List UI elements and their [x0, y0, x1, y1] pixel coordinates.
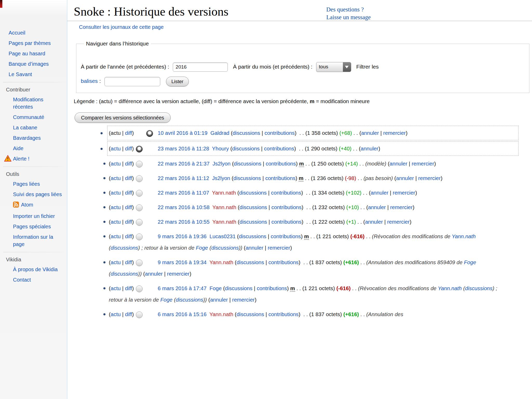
- user-link[interactable]: Yann.nath: [209, 311, 233, 317]
- undo-link[interactable]: annuler: [396, 175, 414, 181]
- user-talk-link[interactable]: discussions: [225, 285, 252, 291]
- undo-link[interactable]: annuler: [390, 161, 407, 167]
- chevron-down-icon[interactable]: [343, 62, 351, 72]
- user-contribs-link[interactable]: contributions: [271, 190, 301, 196]
- compare-versions-button[interactable]: Comparer les versions sélectionnées: [75, 112, 171, 123]
- sidebar-link[interactable]: Banque d’images: [9, 61, 49, 67]
- user-contribs-link[interactable]: contributions: [265, 175, 295, 181]
- user-talk-link[interactable]: discussions: [240, 204, 267, 210]
- user-link[interactable]: Yann.nath: [209, 259, 233, 265]
- old-version-radio[interactable]: [136, 260, 143, 266]
- comment-link[interactable]: Foge: [160, 297, 172, 303]
- user-contribs-link[interactable]: contributions: [271, 219, 302, 225]
- sidebar-link[interactable]: Accueil: [9, 30, 25, 36]
- user-talk-link[interactable]: discussions: [234, 175, 261, 181]
- diff-link[interactable]: diff: [125, 175, 132, 181]
- actu-link[interactable]: actu: [111, 145, 121, 151]
- user-talk-link[interactable]: discussions: [239, 233, 266, 239]
- comment-link[interactable]: discussions: [176, 297, 203, 303]
- user-contribs-link[interactable]: contributions: [268, 259, 298, 265]
- actu-link[interactable]: actu: [111, 175, 121, 181]
- comment-link[interactable]: Yann.nath: [438, 285, 462, 291]
- user-contribs-link[interactable]: contributions: [264, 145, 294, 151]
- user-contribs-link[interactable]: contributions: [268, 311, 298, 317]
- revision-date-link[interactable]: 6 mars 2016 à 15:16: [158, 311, 207, 317]
- sidebar-link[interactable]: Pages par thèmes: [9, 40, 51, 46]
- diff-link[interactable]: diff: [125, 311, 132, 317]
- sidebar-link[interactable]: À propos de Vikidia: [13, 267, 58, 272]
- undo-link[interactable]: annuler: [210, 297, 228, 303]
- diff-link[interactable]: diff: [125, 190, 132, 196]
- sidebar-link[interactable]: Information sur la page: [13, 234, 53, 247]
- diff-link[interactable]: diff: [125, 259, 132, 265]
- user-contribs-link[interactable]: contributions: [271, 233, 301, 239]
- revision-date-link[interactable]: 6 mars 2016 à 17:47: [158, 285, 207, 291]
- leave-message-link[interactable]: Laisse un message: [326, 14, 371, 21]
- user-link[interactable]: Yann.nath: [212, 219, 236, 225]
- user-talk-link[interactable]: discussions: [232, 130, 260, 136]
- sidebar-link[interactable]: Suivi des pages liées: [13, 191, 62, 197]
- undo-link[interactable]: annuler: [371, 190, 388, 196]
- user-talk-link[interactable]: discussions: [234, 161, 261, 167]
- sidebar-link[interactable]: Aide: [13, 145, 23, 151]
- sidebar-link[interactable]: Page au hasard: [9, 51, 45, 56]
- revision-date-link[interactable]: 10 avril 2016 à 01:19: [158, 130, 207, 136]
- revision-date-link[interactable]: 22 mars 2016 à 10:58: [158, 204, 209, 210]
- user-link[interactable]: Yann.nath: [212, 204, 236, 210]
- user-talk-link[interactable]: discussions: [240, 219, 267, 225]
- sidebar-link[interactable]: Contact: [13, 277, 31, 283]
- user-link[interactable]: Yann.nath: [212, 190, 236, 196]
- undo-link[interactable]: annuler: [361, 145, 378, 151]
- revision-date-link[interactable]: 9 mars 2016 à 19:36: [158, 233, 207, 239]
- thank-link[interactable]: remercier: [418, 175, 441, 181]
- user-talk-link[interactable]: discussions: [237, 259, 264, 265]
- undo-link[interactable]: annuler: [365, 219, 383, 225]
- questions-link[interactable]: Des questions ?: [326, 6, 371, 14]
- revision-date-link[interactable]: 9 mars 2016 à 19:34: [158, 259, 207, 265]
- thank-link[interactable]: remercier: [383, 130, 406, 136]
- undo-link[interactable]: annuler: [368, 204, 386, 210]
- thank-link[interactable]: remercier: [387, 219, 410, 225]
- user-contribs-link[interactable]: contributions: [266, 161, 296, 167]
- old-version-radio[interactable]: [136, 161, 143, 168]
- actu-link[interactable]: actu: [111, 219, 121, 225]
- diff-link[interactable]: diff: [125, 285, 132, 291]
- revision-date-link[interactable]: 22 mars 2016 à 11:07: [158, 190, 209, 196]
- user-contribs-link[interactable]: contributions: [257, 285, 287, 291]
- sidebar-link[interactable]: La cabane: [13, 125, 37, 130]
- tags-link[interactable]: balises: [81, 78, 98, 84]
- old-version-radio[interactable]: [136, 204, 143, 211]
- revision-date-link[interactable]: 23 mars 2016 à 11:28: [158, 145, 209, 151]
- tags-input[interactable]: [104, 77, 160, 86]
- list-button[interactable]: Lister: [166, 77, 189, 87]
- actu-link[interactable]: actu: [111, 285, 121, 291]
- actu-link[interactable]: actu: [111, 311, 121, 317]
- user-contribs-link[interactable]: contributions: [264, 130, 295, 136]
- thank-link[interactable]: remercier: [268, 245, 290, 251]
- undo-link[interactable]: annuler: [145, 271, 163, 277]
- old-version-radio[interactable]: [136, 146, 143, 152]
- actu-link[interactable]: actu: [111, 161, 121, 167]
- revision-date-link[interactable]: 22 mars 2016 à 21:37: [158, 161, 209, 167]
- undo-link[interactable]: annuler: [245, 245, 263, 251]
- thank-link[interactable]: remercier: [412, 161, 434, 167]
- old-version-radio[interactable]: [136, 234, 143, 240]
- view-logs-link[interactable]: Consulter les journaux de cette page: [79, 24, 164, 30]
- old-version-radio[interactable]: [136, 190, 143, 197]
- sidebar-link[interactable]: Bavardages: [13, 135, 41, 141]
- thank-link[interactable]: remercier: [232, 297, 255, 303]
- sidebar-link[interactable]: Le Savant: [9, 71, 32, 77]
- sidebar-link[interactable]: Importer un fichier: [13, 213, 55, 219]
- diff-link[interactable]: diff: [125, 130, 132, 136]
- old-version-radio[interactable]: [136, 219, 143, 226]
- diff-link[interactable]: diff: [125, 161, 132, 167]
- sidebar-link[interactable]: Atom: [21, 202, 33, 208]
- revision-date-link[interactable]: 22 mars 2016 à 10:55: [158, 219, 209, 225]
- user-link[interactable]: Galdrad: [210, 130, 229, 136]
- diff-link[interactable]: diff: [125, 219, 132, 225]
- comment-link[interactable]: discussions: [111, 271, 138, 277]
- actu-link[interactable]: actu: [111, 233, 121, 239]
- user-talk-link[interactable]: discussions: [237, 311, 264, 317]
- sidebar-link[interactable]: Alerte !: [13, 156, 29, 162]
- comment-link[interactable]: Foge: [196, 245, 208, 251]
